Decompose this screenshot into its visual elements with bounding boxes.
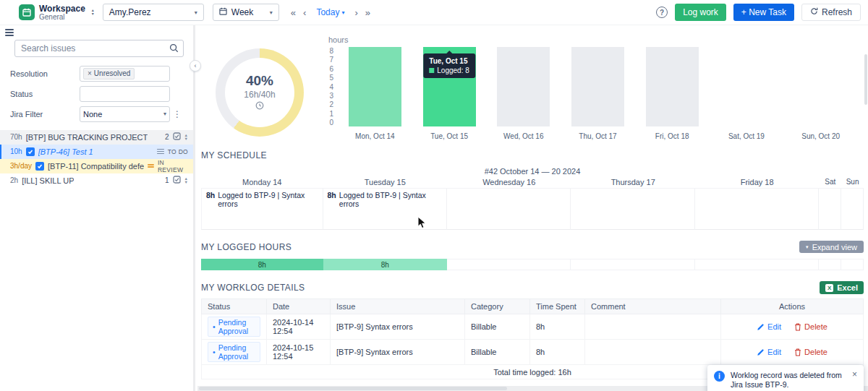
schedule-cell-sunday[interactable] [841,188,864,230]
tooltip-title: Tue, Oct 15 [429,56,469,66]
next-button[interactable]: › [352,7,360,18]
workspace-title: Workspace [39,4,85,13]
period-select[interactable]: Week ▾ [213,4,279,21]
issue-title: [ILL] SKILL UP [22,176,74,185]
expand-view-button[interactable]: ▾ Expand view [799,241,864,253]
entry-text: Logged to BTP-9 | Syntax errors [218,191,318,208]
scrollbar-thumb[interactable] [199,387,507,390]
refresh-button[interactable]: Refresh [801,4,861,21]
issue-row-ill-skill-up[interactable]: 2h [ILL] SKILL UP 1 ▲▼ [0,173,193,188]
last-page-button[interactable]: » [362,7,373,18]
search-input[interactable] [14,40,184,57]
issue-row-btp-project[interactable]: 70h [BTP] BUG TRACKING PROJECT 2 ▲▼ [0,130,193,145]
kebab-menu-icon[interactable]: ⋮ [170,109,184,119]
delete-button[interactable]: Delete [794,322,827,331]
delete-label: Delete [804,322,827,331]
schedule-day-header: Thursday 17 [571,176,694,188]
bar[interactable] [497,47,550,126]
sidebar-collapse-button[interactable]: ‹ [190,60,201,72]
jira-filter-select[interactable]: None ▾ [80,106,170,122]
main-panel: 40% 16h/40h hours 876543210 Tue, Oct 15 [195,25,868,391]
bar[interactable] [571,47,624,126]
refresh-icon [810,7,818,17]
issue-row-btp-46[interactable]: 10h [BTP-46] Test 1 TO DO [0,145,193,159]
schedule-cell-saturday[interactable] [819,188,841,230]
bar[interactable] [349,47,401,126]
help-icon[interactable]: ? [656,7,668,18]
calendar-icon [219,7,227,17]
vertical-scrollbar[interactable] [864,54,867,105]
worklog-comment [585,340,721,365]
today-button[interactable]: Today ▾ [313,7,347,17]
column-category: Category [465,299,530,314]
first-page-button[interactable]: « [288,7,299,18]
x-axis-label: Mon, Oct 14 [338,132,412,140]
logged-hours-empty-cell [447,259,571,270]
sort-arrows-icon[interactable]: ▲▼ [184,177,188,184]
worklog-row: •Pending Approval 2024-10-15 12:54 [BTP-… [202,340,864,365]
export-excel-button[interactable]: X Excel [820,281,864,294]
schedule-cell-wednesday[interactable] [447,188,571,230]
logged-hours-segment[interactable]: 8h [323,259,447,270]
schedule-entry[interactable]: 8h Logged to BTP-9 | Syntax errors [328,191,442,208]
checkbox-list-icon[interactable] [173,176,181,185]
top-bar: Workspace General ▴▾ Amy.Perez ▾ Week ▾ … [0,0,868,25]
column-status: Status [202,299,267,314]
entry-hours: 8h [206,191,215,199]
logged-hours-empty-cell [841,259,864,270]
workspace-switch-icon[interactable]: ▴▾ [92,9,94,16]
schedule-cell-friday[interactable] [695,188,819,230]
bar-chart-column [783,47,858,126]
status-text: Pending Approval [218,343,255,361]
user-select-value: Amy.Perez [109,7,190,17]
info-icon: i [714,371,725,382]
log-work-button[interactable]: Log work [675,4,726,21]
schedule-cell-tuesday[interactable]: 8h Logged to BTP-9 | Syntax errors [323,188,447,230]
y-axis-tick: 2 [329,100,333,108]
issue-hours: 3h/day [10,162,32,170]
bar-chart-column [486,47,561,126]
progress-ratio: 16h/40h [244,90,275,100]
y-axis-tick: 4 [329,83,333,91]
schedule-cell-monday[interactable]: 8h Logged to BTP-9 | Syntax errors [201,188,323,230]
previous-button[interactable]: ‹ [300,7,309,18]
menu-icon[interactable] [5,29,14,36]
bar[interactable] [646,47,699,126]
date-navigation: « ‹ Today ▾ › » [288,7,373,18]
bar-chart-plot: Tue, Oct 15 Logged: 8 [338,47,858,126]
donut-chart: 40% 16h/40h [216,48,304,137]
bullet-icon: • [213,348,216,356]
status-badge[interactable]: •Pending Approval [208,317,260,337]
delete-button[interactable]: Delete [794,348,827,356]
donut-center: 40% 16h/40h [225,58,294,127]
schedule-entry[interactable]: 8h Logged to BTP-9 | Syntax errors [206,191,318,208]
issue-hours: 2h [10,176,18,184]
new-task-button[interactable]: + New Task [733,4,794,21]
user-select[interactable]: Amy.Perez ▾ [103,4,204,21]
worklog-date: 2024-10-14 12:54 [267,314,331,340]
sort-arrows-icon[interactable]: ▲▼ [184,134,188,141]
schedule-cell-thursday[interactable] [571,188,694,230]
edit-button[interactable]: Edit [757,348,781,356]
schedule-day-header: Tuesday 15 [323,176,447,188]
logged-hours-segment[interactable]: 8h [201,259,323,270]
issue-row-btp-11[interactable]: 3h/day [BTP-11] Compatibility defects IN… [0,159,193,173]
remove-tag-icon[interactable]: × [88,69,92,77]
y-axis-tick: 7 [329,56,333,64]
status-input[interactable] [80,86,170,102]
today-label: Today [316,7,339,17]
chevron-down-icon: ▾ [195,9,197,16]
content-area: Resolution × Unresolved Status Jira Filt… [0,25,868,391]
x-axis-label: Sun, Oct 20 [783,132,858,140]
edit-button[interactable]: Edit [757,322,781,331]
search-icon[interactable] [169,43,179,55]
checkbox-list-icon[interactable] [173,132,181,142]
close-icon[interactable]: × [852,371,857,390]
schedule-title: MY SCHEDULE [201,150,267,160]
schedule-day-header: Monday 14 [201,176,323,188]
resolution-input[interactable]: × Unresolved [80,66,170,82]
status-badge[interactable]: •Pending Approval [208,342,260,362]
workspace-switcher[interactable]: Workspace General ▴▾ [19,4,94,21]
logged-hours-empty-cell [819,259,841,270]
edit-label: Edit [767,322,781,331]
